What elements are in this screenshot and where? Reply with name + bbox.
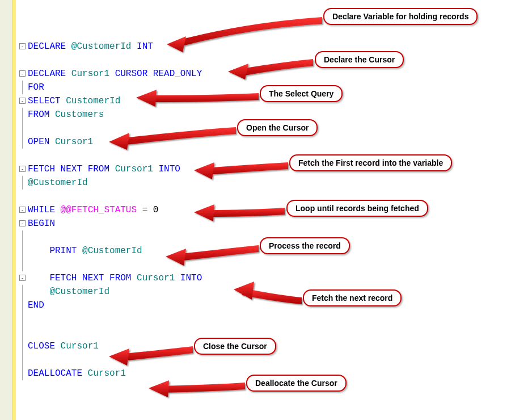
- kw-from: FROM: [109, 273, 131, 283]
- callout-loop: Loop until records being fetched: [286, 200, 428, 217]
- kw-end: END: [28, 300, 44, 310]
- fold-toggle-icon[interactable]: -: [19, 70, 26, 77]
- op-eq: =: [137, 205, 153, 215]
- cursor-name: Cursor1: [82, 368, 126, 379]
- code-line: -WHILE @@FETCH_STATUS = 0: [19, 203, 530, 217]
- callout-deallocate: Deallocate the Cursor: [246, 375, 347, 392]
- fold-toggle-icon[interactable]: -: [19, 166, 26, 172]
- kw-cursor: CURSOR: [115, 69, 148, 79]
- blank-line: [19, 258, 530, 271]
- var-customerid: @CustomerId: [77, 246, 142, 256]
- kw-readonly: READ_ONLY: [147, 69, 202, 79]
- cursor-name: Cursor1: [55, 341, 99, 351]
- fold-toggle-icon[interactable]: -: [19, 43, 26, 49]
- kw-open: OPEN: [28, 137, 49, 147]
- fold-toggle-icon[interactable]: -: [19, 220, 26, 226]
- lit-zero: 0: [153, 205, 159, 215]
- code-line: -FETCH NEXT FROM Cursor1 INTO: [19, 162, 530, 176]
- callout-close: Close the Cursor: [194, 338, 276, 355]
- code-line: -DECLARE Cursor1 CURSOR READ_ONLY: [19, 67, 530, 81]
- kw-from: FROM: [28, 110, 49, 120]
- kw-for: FOR: [28, 82, 44, 93]
- kw-into: INTO: [180, 273, 202, 283]
- fold-toggle-icon[interactable]: -: [19, 207, 26, 213]
- kw-into: INTO: [158, 164, 180, 174]
- kw-close: CLOSE: [28, 341, 55, 351]
- kw-from: FROM: [88, 164, 109, 174]
- callout-declare-var: Declare Variable for holding records: [323, 8, 478, 25]
- kw-declare: DECLARE: [28, 41, 66, 52]
- kw-while: WHILE: [28, 205, 55, 215]
- code-line: @CustomerId: [19, 176, 530, 190]
- callout-process: Process the record: [260, 237, 350, 254]
- kw-print: PRINT: [49, 246, 77, 256]
- callout-fetch-first: Fetch the First record into the variable: [289, 154, 452, 171]
- gutter-margin: [0, 0, 12, 420]
- cursor-name: Cursor1: [66, 69, 115, 79]
- kw-declare: DECLARE: [28, 69, 66, 79]
- callout-select-query: The Select Query: [260, 85, 343, 102]
- code-line: @CustomerId: [19, 285, 530, 299]
- callout-open-cursor: Open the Cursor: [237, 119, 318, 136]
- code-line: - FETCH NEXT FROM Cursor1 INTO: [19, 271, 530, 285]
- code-editor: -DECLARE @CustomerId INT -DECLARE Cursor…: [19, 0, 530, 420]
- fold-toggle-icon[interactable]: -: [19, 98, 26, 104]
- cursor-name: Cursor1: [49, 137, 93, 147]
- blank-line: [19, 326, 530, 339]
- code-line: -BEGIN: [19, 217, 530, 230]
- var-customerid: @CustomerId: [28, 178, 88, 188]
- cursor-name: Cursor1: [109, 164, 158, 174]
- blank-line: [19, 149, 530, 162]
- col-customerid: CustomerId: [61, 96, 121, 106]
- kw-fetch: FETCH: [49, 273, 77, 283]
- code-line: -DECLARE @CustomerId INT: [19, 40, 530, 53]
- kw-next: NEXT: [55, 164, 88, 174]
- change-indicator-strip: [12, 0, 16, 420]
- blank-line: [19, 353, 530, 367]
- blank-line: [19, 53, 530, 67]
- kw-next: NEXT: [77, 273, 109, 283]
- tbl-customers: Customers: [49, 110, 104, 120]
- kw-int: INT: [137, 41, 153, 52]
- callout-fetch-next: Fetch the next record: [303, 289, 402, 306]
- code-line: END: [19, 299, 530, 312]
- code-line: OPEN Cursor1: [19, 135, 530, 149]
- fold-toggle-icon[interactable]: -: [19, 275, 26, 281]
- cursor-name: Cursor1: [131, 273, 180, 283]
- kw-fetch: FETCH: [28, 164, 55, 174]
- fetch-status: @@FETCH_STATUS: [55, 205, 137, 215]
- kw-begin: BEGIN: [28, 219, 55, 229]
- blank-line: [19, 312, 530, 326]
- kw-select: SELECT: [28, 96, 61, 106]
- var-customerid: @CustomerId: [66, 41, 137, 52]
- kw-deallocate: DEALLOCATE: [28, 368, 82, 379]
- blank-line: [19, 190, 530, 203]
- callout-declare-cursor: Declare the Cursor: [315, 51, 404, 68]
- var-customerid: @CustomerId: [49, 287, 109, 297]
